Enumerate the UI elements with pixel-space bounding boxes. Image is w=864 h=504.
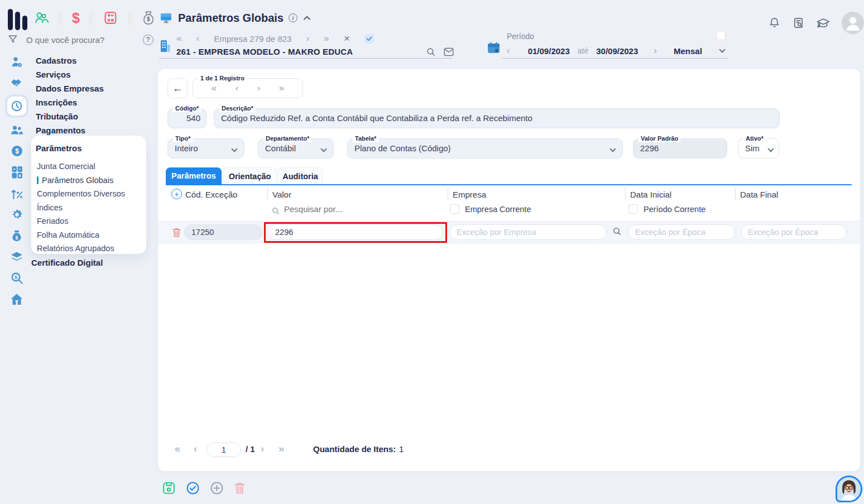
money-bag-module-icon[interactable] <box>141 10 156 26</box>
period-next-button[interactable]: › <box>654 45 657 56</box>
page-prev-button[interactable]: ‹ <box>194 443 197 455</box>
ativo-label: Ativo* <box>743 135 766 142</box>
sidebar-item-folha-automatica[interactable]: Folha Automática <box>36 228 146 242</box>
page-last-button[interactable]: » <box>279 443 284 455</box>
column-header-cod-excecao: Cód. Exceção <box>185 189 237 201</box>
add-button[interactable] <box>210 481 224 495</box>
collapse-chevron-up-icon[interactable] <box>303 15 311 21</box>
sidebar-item-indices[interactable]: Índices <box>36 201 146 215</box>
money-bag-icon[interactable]: $ <box>11 229 23 243</box>
row-valor-input[interactable] <box>268 224 443 240</box>
row-data-final-input[interactable] <box>741 224 847 240</box>
company-building-icon <box>159 39 171 54</box>
users-icon[interactable] <box>10 124 23 136</box>
tabela-value: Plano de Contas (Código) <box>348 139 622 158</box>
company-last-button[interactable]: » <box>324 33 329 44</box>
tipo-select[interactable]: Tipo* Inteiro <box>167 138 244 159</box>
sidebar-item-complementos-diversos[interactable]: Complementos Diversos <box>36 187 146 201</box>
user-avatar[interactable] <box>842 12 864 34</box>
period-mode-chevron-icon[interactable] <box>719 46 725 52</box>
percent-up-arrow-icon[interactable] <box>11 187 23 200</box>
company-prev-button[interactable]: ‹ <box>196 33 199 44</box>
save-button[interactable] <box>162 481 176 495</box>
departamento-label: Departamento* <box>263 135 311 142</box>
tab-orientacao[interactable]: Orientação <box>223 167 277 184</box>
row-empresa-input[interactable] <box>449 224 607 240</box>
user-settings-icon[interactable] <box>11 56 23 69</box>
sidebar-item-relatorios-agrupados[interactable]: Relatórios Agrupados <box>36 242 146 256</box>
info-icon[interactable]: i <box>289 13 297 22</box>
grid-search-icon <box>271 207 280 215</box>
departamento-select[interactable]: Departamento* Contábil <box>258 138 334 159</box>
tab-auditoria[interactable]: Auditoria <box>278 167 323 184</box>
row-delete-trash-icon[interactable] <box>172 227 181 238</box>
clock-icon-active[interactable] <box>7 97 26 116</box>
sidebar-item-servicos[interactable]: Serviços <box>36 68 104 81</box>
record-last-button[interactable]: » <box>279 83 284 94</box>
page-first-button[interactable]: « <box>175 443 180 455</box>
periodo-corrente-checkbox[interactable] <box>628 204 638 214</box>
sidebar-item-feriados[interactable]: Feriados <box>36 214 146 228</box>
record-prev-button[interactable]: ‹ <box>236 83 239 94</box>
record-first-button[interactable]: « <box>212 83 217 94</box>
help-icon[interactable]: ? <box>143 35 153 45</box>
page-next-button[interactable]: › <box>261 443 264 455</box>
app-logo[interactable] <box>8 9 30 30</box>
sidebar-item-certificado-digital[interactable]: Certificado Digital <box>31 256 103 270</box>
home-icon[interactable] <box>10 293 23 305</box>
back-button[interactable]: ← <box>167 78 188 98</box>
sidebar-item-dados-empresas[interactable]: Dados Empresas <box>36 81 104 95</box>
period-prev-button[interactable]: ‹ <box>507 45 510 56</box>
document-search-icon[interactable] <box>792 16 805 30</box>
row-empresa-search-icon[interactable] <box>612 227 622 236</box>
company-name: 261 - EMPRESA MODELO - MAKRO EDUCA <box>176 47 353 56</box>
support-chat-avatar[interactable] <box>836 476 862 502</box>
divider <box>159 58 452 59</box>
codigo-field[interactable]: Código* 540 <box>167 108 207 128</box>
column-divider <box>267 188 268 200</box>
empresa-corrente-checkbox[interactable] <box>450 204 459 214</box>
grid-search-input[interactable] <box>284 204 396 214</box>
filter-funnel-icon[interactable] <box>7 34 18 45</box>
education-cap-icon[interactable] <box>816 16 831 30</box>
period-end-date[interactable]: 30/09/2023 <box>596 46 638 56</box>
row-data-inicial-input[interactable] <box>628 224 735 240</box>
sidebar-item-inscricoes[interactable]: Inscrições <box>36 95 104 109</box>
sidebar-item-parametros[interactable]: Parâmetros <box>36 141 146 155</box>
handshake-icon[interactable] <box>10 77 23 88</box>
descricao-field[interactable]: Descrição* Código Reduzido Ref. a Conta … <box>214 108 780 128</box>
dollar-module-icon[interactable]: $ <box>72 10 80 26</box>
people-module-icon[interactable] <box>33 10 49 26</box>
company-first-button[interactable]: « <box>176 33 181 44</box>
company-next-button[interactable]: › <box>306 33 309 44</box>
record-next-button[interactable]: › <box>257 83 261 94</box>
layers-icon[interactable] <box>10 251 23 263</box>
column-header-valor: Valor <box>272 189 291 201</box>
sidebar-item-junta-comercial[interactable]: Junta Comercial <box>36 160 146 174</box>
confirm-check-button[interactable] <box>186 481 200 495</box>
notifications-bell-icon[interactable] <box>768 16 781 30</box>
page-number-input[interactable] <box>207 443 241 457</box>
delete-trash-button[interactable] <box>234 482 246 495</box>
calculator-icon[interactable] <box>11 166 23 179</box>
dollar-circle-icon[interactable]: $ <box>11 145 23 157</box>
company-mail-icon[interactable] <box>443 47 454 57</box>
sidebar-item-tributacao[interactable]: Tributação <box>36 109 104 123</box>
sidebar-item-parametros-globais[interactable]: Parâmetros Globais <box>36 174 146 188</box>
add-row-plus-icon[interactable]: + <box>171 189 182 199</box>
period-mode-select[interactable]: Mensal <box>674 46 702 56</box>
period-checkbox[interactable] <box>716 31 726 40</box>
tabela-select[interactable]: Tabela* Plano de Contas (Código) <box>347 138 623 159</box>
ativo-select[interactable]: Ativo* Sim <box>738 138 779 159</box>
company-search-icon[interactable] <box>426 47 436 57</box>
tab-parametros[interactable]: Parâmetros <box>166 167 222 184</box>
divider <box>502 58 728 59</box>
company-close-icon[interactable]: ✕ <box>344 34 351 43</box>
period-start-date[interactable]: 01/09/2023 <box>528 46 570 56</box>
sidebar-item-cadastros[interactable]: Cadastros <box>36 54 104 68</box>
sidebar-search-input[interactable] <box>26 35 121 45</box>
search-audit-icon[interactable]: $ <box>11 272 23 285</box>
calculator-module-icon[interactable] <box>103 10 118 26</box>
settings-gear-icon[interactable] <box>11 208 23 221</box>
company-checkbox[interactable] <box>364 34 374 44</box>
